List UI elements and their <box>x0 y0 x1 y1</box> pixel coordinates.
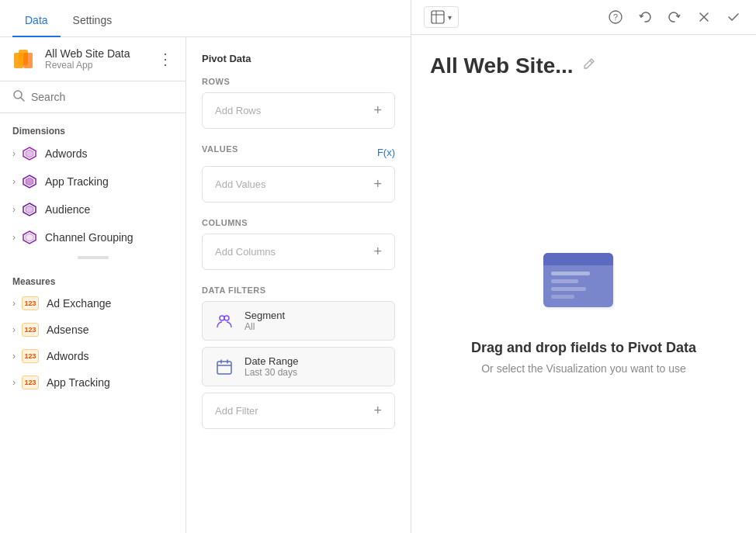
sidebar-item-ad-exchange[interactable]: › 123 Ad Exchange <box>0 290 186 317</box>
chevron-right-icon: › <box>12 204 16 215</box>
adwords-icon <box>22 146 37 161</box>
tab-data[interactable]: Data <box>12 5 61 37</box>
sidebar-item-label: Audience <box>45 203 90 216</box>
sidebar-item-label: Ad Exchange <box>47 297 111 310</box>
title-row: All Web Site... <box>430 54 595 78</box>
sidebar-item-channel-grouping[interactable]: › Channel Grouping <box>0 223 186 251</box>
datasource-icon <box>12 47 37 71</box>
rows-placeholder: Add Rows <box>215 105 261 116</box>
chevron-right-icon: › <box>12 324 16 335</box>
svg-rect-32 <box>551 279 578 283</box>
empty-state-subtitle: Or select the Visualization you want to … <box>481 362 686 375</box>
dashboard-title: All Web Site... <box>430 54 574 78</box>
redo-icon <box>668 10 681 24</box>
sidebar-item-adwords[interactable]: › Adwords <box>0 140 186 168</box>
svg-rect-15 <box>217 362 231 374</box>
audience-icon <box>22 202 37 217</box>
svg-point-14 <box>224 316 229 320</box>
chevron-right-icon: › <box>12 232 16 243</box>
add-filter-zone[interactable]: Add Filter + <box>202 393 395 429</box>
filter-date-range[interactable]: Date Range Last 30 days <box>202 347 395 386</box>
date-range-icon <box>213 356 235 378</box>
pivot-illustration <box>537 244 630 321</box>
add-values-button[interactable]: + <box>373 176 382 192</box>
sidebar-item-app-tracking-measure[interactable]: › 123 App Tracking <box>0 369 186 396</box>
confirm-button[interactable] <box>723 7 744 27</box>
table-icon <box>431 10 445 24</box>
tab-settings[interactable]: Settings <box>61 5 125 37</box>
svg-line-26 <box>590 61 592 63</box>
svg-rect-2 <box>23 53 33 68</box>
sidebar-item-adwords-measure[interactable]: › 123 Adwords <box>0 343 186 369</box>
svg-marker-8 <box>26 178 33 185</box>
pencil-icon <box>581 57 595 71</box>
add-rows-button[interactable]: + <box>373 102 382 119</box>
right-toolbar: ▾ ? <box>411 0 756 35</box>
redo-button[interactable] <box>664 7 685 27</box>
filters-label: DATA FILTERS <box>202 286 395 295</box>
datasource-name: All Web Site Data <box>45 47 158 60</box>
datasource-menu-button[interactable]: ⋮ <box>158 50 173 68</box>
chevron-right-icon: › <box>12 148 16 159</box>
right-panel: ▾ ? <box>411 0 756 533</box>
segment-name: Segment <box>244 310 285 321</box>
add-columns-button[interactable]: + <box>373 244 382 260</box>
help-icon: ? <box>609 10 622 24</box>
svg-text:?: ? <box>613 12 618 22</box>
search-icon <box>12 89 25 105</box>
sidebar-item-label: Adwords <box>45 147 87 160</box>
sidebar-item-label: App Tracking <box>47 376 110 389</box>
dimensions-label: Dimensions <box>0 119 186 140</box>
help-button[interactable]: ? <box>605 7 626 27</box>
measure-badge-icon: 123 <box>22 296 39 310</box>
filter-segment[interactable]: Segment All <box>202 301 395 341</box>
search-bar <box>0 81 186 113</box>
svg-rect-30 <box>543 261 613 265</box>
check-icon <box>727 10 740 24</box>
segment-value: All <box>244 321 285 332</box>
date-range-value: Last 30 days <box>244 367 298 378</box>
app-tracking-dim-icon <box>22 174 37 189</box>
svg-rect-31 <box>551 272 590 275</box>
values-placeholder: Add Values <box>215 178 266 190</box>
chevron-right-icon: › <box>12 377 16 388</box>
svg-point-13 <box>220 316 224 320</box>
sidebar-item-audience[interactable]: › Audience <box>0 196 186 223</box>
svg-rect-34 <box>551 295 574 299</box>
sidebar-item-adsense[interactable]: › 123 Adsense <box>0 317 186 343</box>
add-filter-button[interactable]: + <box>373 403 382 419</box>
svg-rect-33 <box>551 287 586 291</box>
measure-badge-icon: 123 <box>22 376 39 389</box>
sidebar-item-label: Adsense <box>47 324 88 336</box>
scroll-indicator <box>78 256 109 259</box>
columns-label: COLUMNS <box>202 218 395 227</box>
sidebar-item-app-tracking[interactable]: › App Tracking <box>0 168 186 196</box>
sidebar-list: Dimensions › Adwords › <box>0 113 186 533</box>
close-button[interactable] <box>694 7 714 27</box>
search-input[interactable] <box>31 91 173 103</box>
svg-line-4 <box>21 98 24 101</box>
undo-button[interactable] <box>635 7 655 27</box>
pivot-area: Pivot Data ROWS Add Rows + VALUES F(x) A… <box>186 37 411 533</box>
segment-icon <box>213 310 235 332</box>
fx-button[interactable]: F(x) <box>377 147 395 158</box>
pivot-title: Pivot Data <box>202 53 395 64</box>
sidebar-item-label: Channel Grouping <box>45 231 134 244</box>
empty-state: Drag and drop fields to Pivot Data Or se… <box>430 103 737 514</box>
edit-title-button[interactable] <box>581 57 595 75</box>
chevron-right-icon: › <box>12 351 16 362</box>
svg-marker-6 <box>26 150 33 157</box>
values-drop-zone[interactable]: Add Values + <box>202 166 395 202</box>
columns-placeholder: Add Columns <box>215 246 276 258</box>
right-content: All Web Site... <box>411 35 756 533</box>
rows-label: ROWS <box>202 77 395 86</box>
columns-drop-zone[interactable]: Add Columns + <box>202 234 395 270</box>
chevron-down-icon: ▾ <box>448 13 452 22</box>
rows-drop-zone[interactable]: Add Rows + <box>202 92 395 129</box>
empty-state-title: Drag and drop fields to Pivot Data <box>471 340 696 356</box>
sidebar-item-label: Adwords <box>47 350 88 362</box>
datasource-subtitle: Reveal App <box>45 60 158 71</box>
undo-icon <box>638 10 652 24</box>
visualization-selector[interactable]: ▾ <box>424 6 459 28</box>
chevron-right-icon: › <box>12 298 16 309</box>
